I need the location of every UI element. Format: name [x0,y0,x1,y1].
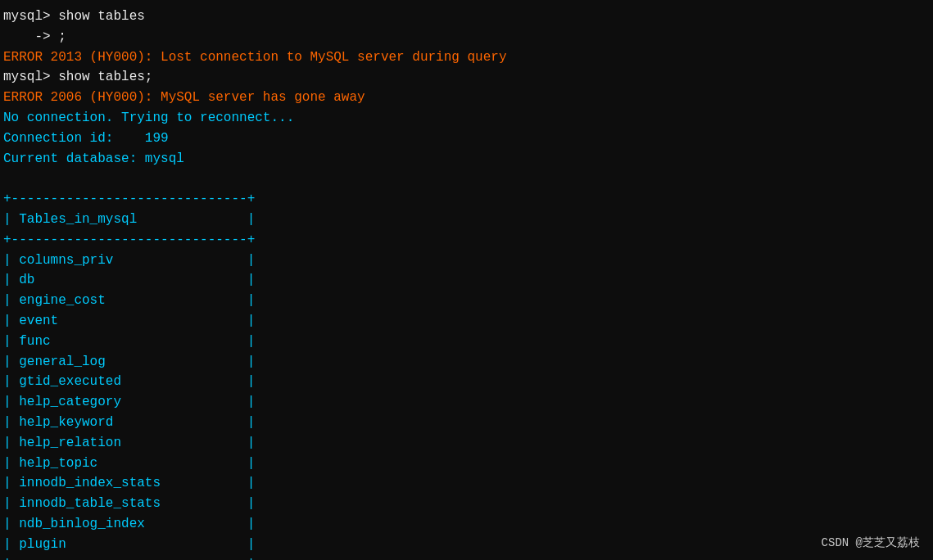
table-row: | innodb_table_stats | [3,494,930,514]
terminal-line-2: -> ; [3,27,930,47]
terminal-table-border-top: +------------------------------+ [3,189,930,210]
table-row: | gtid_executed | [3,372,930,392]
terminal-line-4: mysql> show tables; [3,67,930,88]
table-row: | help_topic | [3,454,930,474]
terminal-line-8: Current database: mysql [3,149,930,169]
table-row: | innodb_index_stats | [3,473,930,494]
table-row: | engine_cost | [3,291,930,311]
table-row: | help_category | [3,392,930,413]
table-row: | ndb_binlog_index | [3,514,930,535]
terminal-line-blank [3,169,930,189]
terminal-line-7: Connection id: 199 [3,129,930,149]
table-row: | func | [3,332,930,352]
terminal-line-1: mysql> show tables [3,7,930,27]
watermark-text: CSDN @芝芝又荔枝 [822,535,920,550]
terminal-table-header: | Tables_in_mysql | [3,210,930,230]
terminal-line-6: No connection. Trying to reconnect... [3,108,930,129]
table-row: | columns_priv | [3,251,930,271]
table-row: | db | [3,270,930,291]
terminal-window: mysql> show tables -> ; ERROR 2013 (HY00… [0,0,933,560]
terminal-line-5: ERROR 2006 (HY000): MySQL server has gon… [3,88,930,108]
table-row: | help_relation | [3,433,930,454]
terminal-line-3: ERROR 2013 (HY000): Lost connection to M… [3,47,930,68]
table-row: | general_log | [3,352,930,373]
table-row: | help_keyword | [3,413,930,433]
table-row: | event | [3,311,930,332]
table-row: | proc | [3,555,930,560]
table-row: | plugin | [3,535,930,555]
terminal-table-border-mid: +------------------------------+ [3,230,930,251]
